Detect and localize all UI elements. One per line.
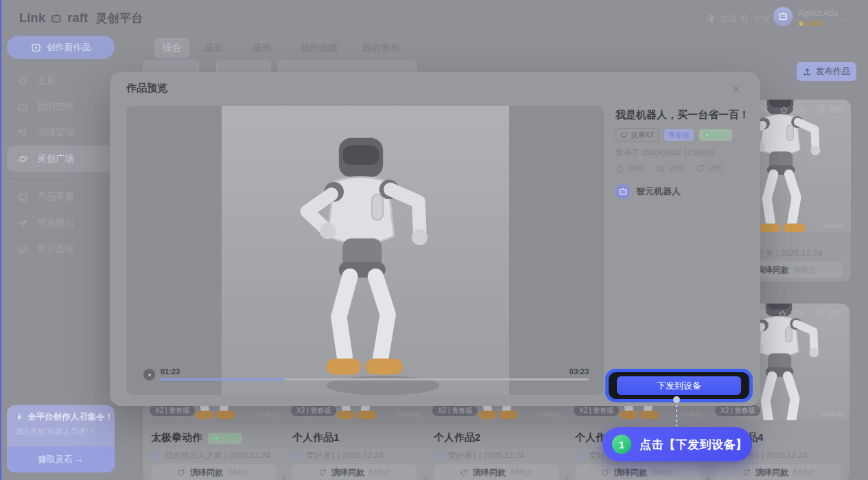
- work-title: 我是机器人，买一台省一百！: [615, 108, 753, 122]
- work-info-panel: 我是机器人，买一台省一百！ 灵犀X2 青春版 官方 发布于 2020/02/02…: [615, 108, 753, 199]
- made-by-watermark: made by: [680, 411, 703, 418]
- made-by-watermark: made by: [823, 222, 845, 229]
- user-menu-chevron[interactable]: [838, 14, 847, 26]
- tab-latest[interactable]: 最新: [204, 38, 223, 58]
- user-coins: 5000: [798, 19, 823, 27]
- card-author: 爱好者1 | 2025.12.24: [292, 450, 384, 461]
- publish-work-button[interactable]: 发布作品: [797, 62, 856, 81]
- official-label: 官方: [714, 130, 728, 140]
- deploy-to-device-button[interactable]: 下发到设备: [617, 376, 741, 395]
- work-author-row[interactable]: 智元机器人: [615, 184, 753, 199]
- model-badge: X2 | 青春版: [432, 405, 478, 416]
- loop-icon: [742, 468, 751, 477]
- author-avatar: [615, 184, 631, 199]
- sidebar-item-lingchuang-square[interactable]: 灵创广场: [7, 146, 115, 172]
- brand-prefix: Link: [19, 11, 45, 25]
- official-tag: 官方: [699, 129, 732, 141]
- tab-comprehensive[interactable]: 综合: [154, 38, 189, 58]
- author-avatar-icon: [434, 451, 443, 461]
- sidebar-item-home[interactable]: 主页: [7, 67, 115, 93]
- star-count: 200: [790, 309, 804, 319]
- create-work-label: 创作新作品: [47, 41, 91, 54]
- like-stat[interactable]: 38K: [615, 163, 644, 173]
- perform-label: 演绎同款: [755, 467, 788, 479]
- robot-face-icon: [618, 187, 628, 196]
- modal-close-button[interactable]: [731, 82, 741, 95]
- perform-same-button[interactable]: 演绎同款 666次: [292, 464, 417, 480]
- promo-title: 全平台创作人召集令！: [27, 411, 113, 423]
- sidebar-item-product-manual[interactable]: 产品手册: [7, 184, 115, 210]
- share-icon: [815, 310, 824, 319]
- share-stat[interactable]: 200: [696, 163, 723, 173]
- loop-icon: [601, 468, 609, 477]
- sidebar-divider: [10, 176, 112, 176]
- sidebar-item-my-space[interactable]: 我的空间: [7, 93, 115, 119]
- language-switch[interactable]: 中文: [740, 12, 771, 25]
- user-avatar[interactable]: [773, 7, 793, 26]
- device-tag-label: 灵犀X2: [631, 130, 654, 140]
- made-by-watermark: made by: [821, 411, 844, 418]
- author-name: 智元机器人: [636, 185, 681, 198]
- window-accent-strip: [0, 0, 1, 480]
- edition-tag: 青春版: [664, 129, 694, 141]
- official-label: 官方: [223, 433, 237, 443]
- perform-same-button[interactable]: 演绎同款 666次: [575, 464, 700, 480]
- sidebar-item-performance-mgmt[interactable]: 演绎管理: [7, 119, 115, 146]
- share-count: 200: [828, 309, 841, 319]
- planet-icon: [18, 154, 28, 164]
- publish-date: 发布于 2020/02/02 12:00:00: [615, 148, 753, 158]
- loop-icon: [177, 468, 185, 477]
- video-player[interactable]: 01:23 03:23: [126, 106, 604, 395]
- tab-hottest[interactable]: 最热: [253, 38, 271, 58]
- nodes-icon: [18, 128, 28, 138]
- chat-icon: [18, 244, 28, 255]
- star-stat[interactable]: 200: [656, 163, 683, 173]
- sidebar-item-user-feedback[interactable]: 用户反馈: [7, 236, 115, 262]
- author-text: 我的机器人之家 | 2025.12.24: [165, 450, 270, 461]
- star-icon: [656, 163, 666, 173]
- tab-my-favorites[interactable]: 我的收藏: [301, 38, 338, 58]
- chevron-up-icon: [838, 16, 847, 25]
- perform-count: 666次: [793, 467, 815, 479]
- play-button[interactable]: [143, 369, 155, 380]
- author-avatar-icon: [292, 451, 302, 461]
- share-count: 200: [829, 105, 843, 115]
- tour-step-number: 1: [612, 435, 631, 454]
- brand-suffix: raft: [67, 11, 88, 25]
- check-circle-icon: [703, 131, 711, 139]
- home-icon: [18, 76, 28, 86]
- progress-bar[interactable]: [161, 378, 589, 380]
- perform-same-button[interactable]: 演绎同款 666次: [434, 464, 559, 480]
- card-title: 太极拳动作: [151, 431, 202, 444]
- publish-work-label: 发布作品: [816, 66, 850, 78]
- tour-tooltip[interactable]: 1 点击【下发到设备】: [602, 427, 752, 461]
- sidebar-item-label: 我的空间: [37, 100, 74, 113]
- card-author: 我的机器人之家 | 2025.12.24: [151, 450, 270, 461]
- card-author: 爱好者1 | 2025.12.24: [434, 450, 525, 461]
- duration-time: 03:23: [554, 367, 589, 376]
- star-count: 200: [792, 105, 806, 115]
- modal-title: 作品预览: [126, 82, 167, 95]
- share-icon: [817, 106, 825, 115]
- author-text: 爱好者1 | 2025.12.24: [306, 450, 384, 461]
- perform-label: 演绎同款: [473, 467, 506, 479]
- theme-label: 主题: [719, 12, 737, 25]
- zap-icon: [15, 413, 24, 422]
- create-work-button[interactable]: 创作新作品: [7, 36, 115, 59]
- perform-count: 666次: [794, 264, 816, 276]
- perform-same-button[interactable]: 演绎同款 666次: [716, 464, 841, 480]
- perform-same-button[interactable]: 演绎同款 666次: [151, 464, 276, 480]
- perform-count: 666次: [511, 467, 532, 479]
- sidebar-item-contact-us[interactable]: 联系我们: [7, 210, 115, 236]
- sidebar-item-label: 产品手册: [37, 191, 74, 203]
- star-count: 200: [669, 163, 683, 173]
- upload-icon: [803, 67, 812, 76]
- perform-label: 演绎同款: [756, 264, 789, 276]
- tab-my-posts[interactable]: 我的发布: [362, 38, 399, 58]
- made-by-watermark: made by: [539, 411, 561, 418]
- author-text: 爱好者1 | 2025.12.24: [447, 450, 525, 461]
- brand-logo: Link raft 灵创平台: [19, 10, 143, 26]
- theme-toggle[interactable]: 主题: [705, 12, 737, 25]
- earn-lingshi-button[interactable]: 赚取灵石 →: [7, 446, 115, 472]
- tour-connector-dot: [673, 396, 680, 403]
